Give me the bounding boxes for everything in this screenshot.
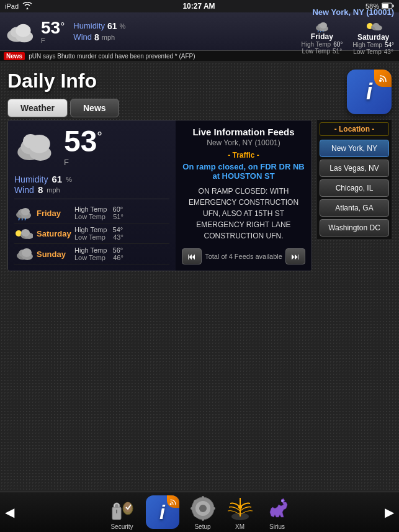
svg-point-18: [379, 79, 382, 82]
svg-point-27: [21, 208, 30, 215]
forecast-list: Friday High Temp 60° Low Temp 51°: [14, 203, 169, 264]
temp-display: 53 ° F: [41, 19, 65, 44]
dock-sirius[interactable]: Sirius: [264, 495, 291, 530]
dock-setup[interactable]: Setup: [189, 495, 217, 530]
left-panel: 53 ° F Humidity 61 % Wind: [7, 120, 312, 271]
friday-high-temp: High Temp 60°: [74, 205, 123, 213]
saturday-low: 43°: [384, 48, 393, 55]
dock-items: Security i: [109, 495, 291, 530]
friday-temps: High Temp 60°: [302, 41, 343, 48]
svg-point-34: [21, 229, 30, 237]
next-feed-btn[interactable]: ⏭: [285, 248, 305, 264]
big-temp-value: 53: [64, 127, 97, 156]
friday-low-temp: Low Temp 51°: [74, 213, 123, 220]
dock-rss-badge: [167, 495, 179, 508]
traffic-body: ON RAMP CLOSED: WITH EMERGENCY CONSTRUCT…: [182, 186, 305, 243]
saturday-forecast: Saturday High Temp 54° Low Temp 43°: [352, 19, 394, 55]
traffic-header: On ramp closed, on FDR DR NB at HOUSTON …: [182, 162, 305, 181]
wind-label: Wind: [73, 32, 92, 42]
dock-dailyinfo[interactable]: i: [146, 495, 179, 530]
friday-low-row: Low Temp 51°: [302, 48, 343, 55]
svg-point-47: [199, 505, 207, 512]
location-atlanta[interactable]: Atlanta, GA: [320, 199, 389, 217]
saturday-high-temp: High Temp 54°: [74, 226, 123, 233]
ticker-text: pUN says Bhutto murder could have been p…: [29, 53, 195, 60]
svg-line-30: [25, 218, 25, 220]
saturday-forecast-icon: [14, 226, 33, 241]
security-label: Security: [110, 523, 133, 530]
forecast-saturday: Saturday High Temp 54° Low Temp 43°: [14, 223, 169, 244]
forecast-sunday: Sunday High Temp 56° Low Temp 46°: [14, 244, 169, 264]
friday-icon: [315, 20, 330, 32]
sunday-low-temp: Low Temp 46°: [74, 254, 123, 261]
traffic-label: - Traffic -: [182, 151, 305, 160]
feed-count: Total of 4 Feeds available: [205, 253, 282, 260]
panel-title: Live Information Feeds: [182, 127, 305, 137]
svg-rect-49: [202, 516, 204, 521]
location-washington[interactable]: Washington DC: [320, 219, 389, 237]
friday-low: 51°: [333, 48, 342, 55]
security-dock-icon: [109, 495, 136, 522]
app-icon[interactable]: i: [347, 70, 392, 114]
wind-stat-val: 8: [38, 184, 43, 195]
location-new-york[interactable]: New York, NY: [320, 140, 389, 157]
friday-forecast: Friday High Temp 60° Low Temp 51°: [302, 20, 343, 55]
svg-rect-1: [393, 4, 394, 7]
saturday-high-label: High Temp: [352, 42, 382, 48]
svg-point-10: [320, 22, 327, 29]
friday-high: 60°: [333, 41, 343, 48]
ticker-label: News: [4, 52, 25, 60]
wind-stat-unit: mph: [47, 186, 60, 194]
weather-stats: Humidity 61 % Wind 8 mph: [14, 174, 169, 195]
dailyinfo-i: i: [159, 500, 165, 523]
friday-temps-col: High Temp 60° Low Temp 51°: [74, 205, 123, 220]
wind-stat: Wind 8 mph: [14, 184, 169, 195]
saturday-temps: High Temp 54°: [352, 42, 394, 48]
svg-point-57: [238, 505, 242, 509]
saturday-day: Saturday: [37, 229, 71, 238]
humidity-row: Humidity 61 %: [73, 21, 125, 31]
sirius-label: Sirius: [269, 523, 285, 530]
setup-label: Setup: [194, 523, 210, 530]
status-left: iPad: [5, 2, 32, 11]
daily-info-title: Daily Info: [7, 70, 392, 92]
tab-weather[interactable]: Weather: [7, 99, 68, 117]
forecast-friday: Friday High Temp 60° Low Temp 51°: [14, 203, 169, 223]
humidity-stat-label: Humidity: [14, 174, 48, 184]
big-cloud-icon: [14, 127, 58, 164]
location-sidebar: - Location - New York, NY Las Vegas, NV …: [317, 120, 392, 271]
app-icon-letter: i: [366, 79, 372, 105]
svg-point-23: [23, 134, 38, 148]
svg-rect-48: [202, 496, 204, 500]
big-degree: °: [97, 129, 102, 143]
sirius-dock-icon: [264, 495, 291, 522]
humidity-stat: Humidity 61 %: [14, 174, 169, 184]
tab-news[interactable]: News: [70, 99, 119, 117]
saturday-temps-col: High Temp 54° Low Temp 43°: [74, 226, 123, 241]
svg-point-44: [169, 503, 171, 505]
current-weather: 53 ° F Humidity 61 % Wind 8 mph: [5, 18, 125, 45]
big-temp-area: 53 ° F: [64, 127, 102, 168]
location-las-vegas[interactable]: Las Vegas, NV: [320, 160, 389, 177]
location-list: - Location - New York, NY Las Vegas, NV …: [317, 120, 392, 239]
dock-security[interactable]: Security: [109, 495, 136, 530]
svg-point-38: [22, 248, 32, 257]
carrier-label: iPad: [5, 2, 19, 10]
tabs-container: Weather News: [7, 99, 392, 117]
humidity-unit: %: [120, 22, 126, 30]
temp-degree: °: [60, 20, 65, 34]
dock-xm[interactable]: XM: [226, 495, 254, 530]
dock-prev-arrow[interactable]: ◀: [2, 505, 17, 520]
content-row: 53 ° F Humidity 61 % Wind: [7, 120, 392, 271]
friday-label: Friday: [311, 32, 333, 41]
saturday-low-row: Low Temp 43°: [353, 48, 393, 55]
prev-feed-btn[interactable]: ⏮: [182, 248, 202, 264]
wind-value: 8: [94, 32, 99, 42]
location-label: - Location -: [320, 122, 389, 136]
dock-next-arrow[interactable]: ▶: [382, 505, 397, 520]
wifi-icon: [22, 2, 32, 11]
location-chicago[interactable]: Chicago, IL: [320, 179, 389, 197]
svg-line-28: [19, 218, 19, 220]
sunday-temps-col: High Temp 56° Low Temp 46°: [74, 246, 123, 261]
friday-low-label: Low Temp: [302, 48, 330, 55]
